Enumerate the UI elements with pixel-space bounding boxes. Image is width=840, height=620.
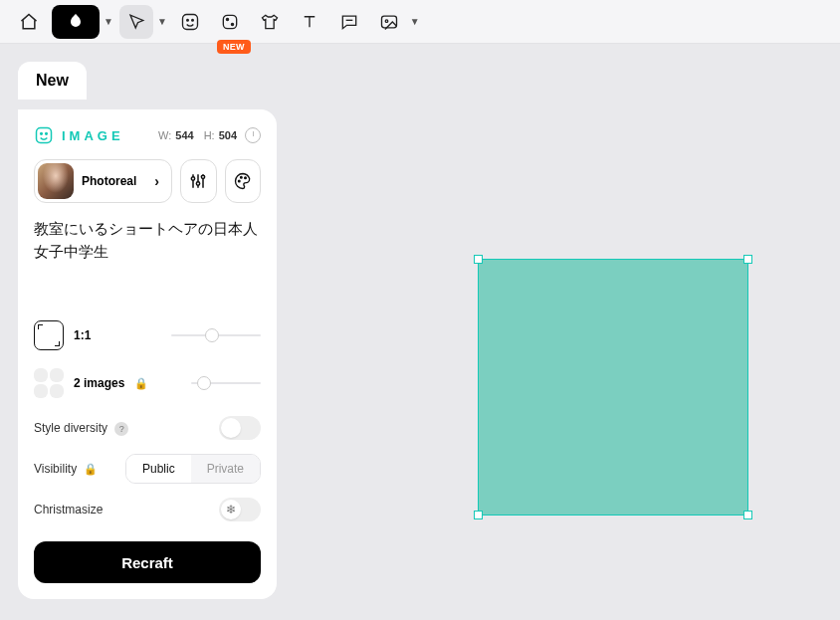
svg-point-9	[41, 133, 43, 135]
resize-handle-tr[interactable]	[743, 255, 752, 264]
recraft-button[interactable]: Recraft	[34, 541, 261, 583]
svg-point-2	[191, 19, 193, 21]
mode-image-label[interactable]: IMAGE	[34, 125, 124, 145]
width-value: 544	[175, 129, 193, 141]
cursor-tool-group[interactable]: ▼	[119, 5, 167, 39]
canvas-selected-rect[interactable]	[478, 259, 748, 516]
style-diversity-label: Style diversity	[34, 421, 107, 435]
images-count-label: 2 images	[74, 376, 124, 390]
history-icon[interactable]	[245, 127, 261, 143]
aspect-label: 1:1	[74, 328, 91, 342]
svg-rect-0	[182, 14, 197, 29]
mode-label-text: IMAGE	[62, 128, 124, 143]
style-row: Photoreal ›	[34, 159, 261, 203]
svg-point-12	[197, 182, 200, 185]
lock-icon: 🔒	[134, 377, 148, 390]
visibility-row: Visibility 🔒 Public Private	[34, 454, 261, 484]
chevron-down-icon[interactable]: ▼	[104, 16, 113, 27]
cursor-icon[interactable]	[119, 5, 153, 39]
svg-rect-8	[37, 128, 52, 143]
info-icon[interactable]: ?	[114, 422, 128, 436]
svg-point-7	[385, 19, 388, 22]
lock-icon: 🔒	[84, 463, 98, 475]
christmasize-label: Christmasize	[34, 503, 103, 517]
svg-point-16	[244, 177, 246, 179]
style-diversity-toggle[interactable]	[219, 416, 261, 440]
sliders-button[interactable]	[180, 159, 216, 203]
top-toolbar: ▼ ▼ ▼	[0, 0, 840, 44]
svg-rect-3	[223, 15, 236, 28]
svg-point-4	[226, 18, 228, 20]
resize-handle-bl[interactable]	[474, 511, 483, 519]
svg-point-11	[192, 177, 195, 180]
chevron-down-icon[interactable]: ▼	[410, 16, 420, 27]
image-tool-icon[interactable]	[372, 5, 406, 39]
home-icon[interactable]	[12, 5, 46, 39]
svg-point-5	[231, 23, 233, 25]
resize-handle-tl[interactable]	[474, 255, 483, 264]
new-badge: NEW	[217, 40, 251, 54]
style-thumbnail	[38, 163, 74, 199]
height-value: 504	[219, 129, 237, 141]
christmasize-row: Christmasize ❄	[34, 498, 261, 521]
width-label: W:	[158, 129, 171, 141]
visibility-segmented[interactable]: Public Private	[125, 454, 261, 484]
generation-panel: IMAGE W: 544 H: 504 Photoreal › 教室にいるショー…	[18, 109, 277, 599]
palette-button[interactable]	[225, 159, 261, 203]
images-count-slider[interactable]	[191, 382, 261, 384]
dimensions-display[interactable]: W: 544 H: 504	[158, 127, 261, 143]
shirt-tool-icon[interactable]	[253, 5, 287, 39]
chevron-right-icon: ›	[154, 173, 159, 189]
aspect-slider[interactable]	[171, 334, 261, 336]
text-tool-icon[interactable]	[293, 5, 326, 39]
tab-new[interactable]: New	[18, 62, 87, 100]
image-tool-group[interactable]: ▼	[372, 5, 420, 39]
resize-handle-br[interactable]	[743, 511, 752, 519]
style-diversity-row: Style diversity ?	[34, 416, 261, 440]
images-count-row: 2 images 🔒	[34, 368, 261, 398]
svg-point-13	[202, 175, 205, 178]
style-selector[interactable]: Photoreal ›	[34, 159, 172, 203]
svg-point-1	[186, 19, 188, 21]
visibility-private[interactable]: Private	[191, 455, 260, 483]
brand-tool-group[interactable]: ▼	[52, 5, 113, 39]
panel-header: IMAGE W: 544 H: 504	[34, 125, 261, 145]
dice-tool-icon[interactable]	[213, 5, 247, 39]
height-label: H:	[204, 129, 215, 141]
aspect-icon[interactable]	[34, 320, 64, 350]
visibility-label: Visibility	[34, 462, 77, 476]
aspect-row: 1:1	[34, 320, 261, 350]
face-tool-icon[interactable]	[173, 5, 207, 39]
grid-icon[interactable]	[34, 368, 64, 398]
style-name: Photoreal	[82, 174, 136, 188]
christmasize-toggle[interactable]: ❄	[219, 498, 261, 521]
prompt-text[interactable]: 教室にいるショートヘアの日本人女子中学生	[34, 217, 261, 277]
svg-point-14	[238, 180, 240, 182]
chevron-down-icon[interactable]: ▼	[157, 16, 167, 27]
svg-point-15	[240, 176, 242, 178]
svg-point-10	[46, 133, 48, 135]
brand-tool-icon[interactable]	[52, 5, 100, 39]
visibility-public[interactable]: Public	[126, 455, 191, 483]
comment-tool-icon[interactable]	[332, 5, 366, 39]
